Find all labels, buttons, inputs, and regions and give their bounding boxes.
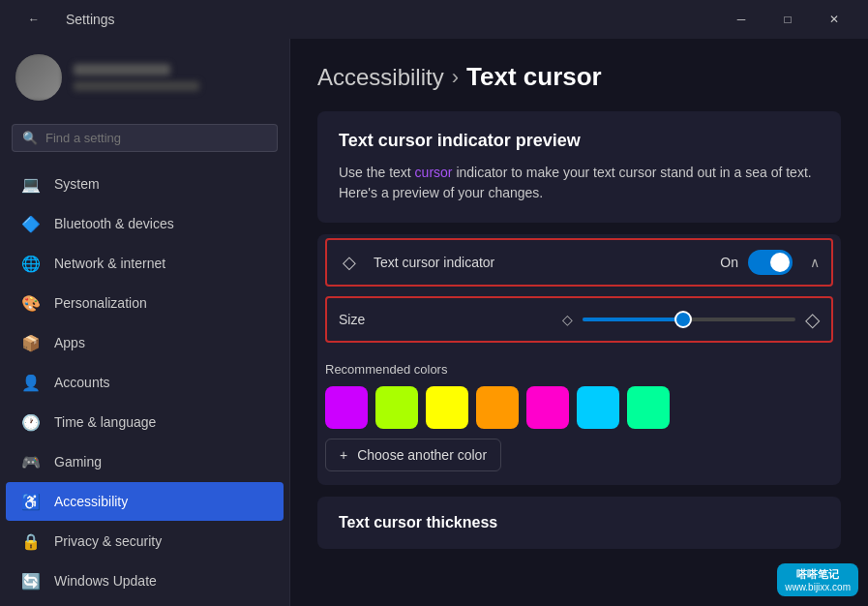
colors-section: Recommended colors + Choose another colo…	[325, 356, 833, 481]
sidebar-item-time[interactable]: 🕐 Time & language	[6, 403, 284, 441]
toggle-switch[interactable]	[748, 250, 793, 275]
colors-label: Recommended colors	[325, 362, 833, 377]
personalization-icon: 🎨	[21, 293, 41, 313]
cursor-indicator-icon: ◇	[339, 252, 360, 273]
chevron-up-icon: ∧	[810, 255, 820, 270]
color-swatch-4[interactable]	[526, 386, 569, 429]
search-icon: 🔍	[22, 131, 38, 145]
toggle-right: On ∧	[720, 250, 820, 275]
system-icon: 💻	[21, 174, 41, 194]
bluetooth-icon: 🔷	[21, 214, 41, 233]
sidebar-label-accessibility: Accessibility	[54, 494, 128, 509]
color-swatch-3[interactable]	[476, 386, 519, 429]
choose-color-button[interactable]: + Choose another color	[325, 439, 501, 471]
titlebar-left: ← Settings	[12, 4, 115, 35]
time-icon: 🕐	[21, 412, 41, 432]
app-body: 🔍 💻 System 🔷 Bluetooth & devices 🌐 Netwo…	[0, 39, 868, 606]
search-input[interactable]	[45, 131, 267, 145]
network-icon: 🌐	[21, 254, 41, 273]
windows-update-icon: 🔄	[21, 571, 41, 591]
color-swatch-5[interactable]	[577, 386, 619, 429]
privacy-icon: 🔒	[21, 531, 41, 551]
sidebar-item-gaming[interactable]: 🎮 Gaming	[6, 442, 284, 481]
close-button[interactable]: ✕	[812, 4, 856, 35]
sidebar-label-privacy: Privacy & security	[54, 533, 162, 549]
maximize-button[interactable]: □	[765, 4, 810, 35]
toggle-status: On	[720, 255, 738, 270]
sidebar-label-accounts: Accounts	[54, 375, 110, 390]
watermark: 嗒嗒笔记 www.bijixx.com	[777, 563, 858, 596]
accessibility-icon: ♿	[21, 492, 41, 511]
user-email	[74, 81, 199, 91]
sidebar-label-personalization: Personalization	[54, 295, 147, 311]
sidebar-item-system[interactable]: 💻 System	[6, 165, 284, 203]
gaming-icon: 🎮	[21, 452, 41, 471]
sidebar-label-network: Network & internet	[54, 256, 165, 271]
color-swatch-0[interactable]	[325, 386, 368, 429]
slider-icons-row: ◇ ◇	[397, 308, 820, 331]
color-swatch-6[interactable]	[627, 386, 670, 429]
sidebar-item-personalization[interactable]: 🎨 Personalization	[6, 284, 284, 322]
sidebar-item-accessibility[interactable]: ♿ Accessibility	[6, 482, 284, 521]
breadcrumb-separator: ›	[452, 65, 459, 90]
sidebar: 🔍 💻 System 🔷 Bluetooth & devices 🌐 Netwo…	[0, 39, 290, 606]
back-button[interactable]: ←	[12, 4, 56, 35]
user-name	[74, 64, 170, 76]
slider-large-icon: ◇	[805, 308, 820, 331]
sidebar-item-apps[interactable]: 📦 Apps	[6, 323, 284, 362]
slider-small-icon: ◇	[562, 312, 573, 327]
search-box: 🔍	[12, 124, 278, 152]
preview-card-description: Use the text cursor indicator to make yo…	[339, 163, 820, 203]
sidebar-item-bluetooth[interactable]: 🔷 Bluetooth & devices	[6, 204, 284, 243]
window-controls: ─ □ ✕	[719, 4, 856, 35]
accounts-icon: 👤	[21, 373, 41, 392]
plus-icon: +	[340, 447, 347, 463]
sidebar-label-bluetooth: Bluetooth & devices	[54, 216, 174, 231]
sidebar-label-apps: Apps	[54, 335, 85, 350]
choose-color-label: Choose another color	[357, 447, 487, 463]
color-swatches	[325, 386, 833, 429]
avatar	[15, 54, 62, 101]
app-title: Settings	[66, 12, 115, 27]
preview-card: Text cursor indicator preview Use the te…	[317, 111, 841, 223]
sidebar-label-time: Time & language	[54, 414, 156, 430]
nav-list: 💻 System 🔷 Bluetooth & devices 🌐 Network…	[0, 164, 289, 601]
sidebar-label-gaming: Gaming	[54, 454, 102, 470]
sidebar-label-windows-update: Windows Update	[54, 573, 157, 589]
sidebar-item-privacy[interactable]: 🔒 Privacy & security	[6, 522, 284, 561]
sidebar-label-system: System	[54, 176, 100, 192]
breadcrumb-parent: Accessibility	[317, 64, 444, 91]
sidebar-item-accounts[interactable]: 👤 Accounts	[6, 363, 284, 402]
size-label: Size	[339, 312, 397, 327]
color-swatch-2[interactable]	[426, 386, 468, 429]
titlebar: ← Settings ─ □ ✕	[0, 0, 868, 39]
sidebar-item-windows-update[interactable]: 🔄 Windows Update	[6, 561, 284, 600]
thickness-title: Text cursor thickness	[339, 514, 820, 531]
slider-fill	[583, 318, 678, 321]
sidebar-item-network[interactable]: 🌐 Network & internet	[6, 244, 284, 283]
user-profile[interactable]	[0, 39, 289, 116]
main-content: Accessibility › Text cursor Text cursor …	[290, 39, 868, 606]
search-container: 🔍	[0, 116, 289, 164]
minimize-button[interactable]: ─	[719, 4, 763, 35]
apps-icon: 📦	[21, 333, 41, 352]
color-swatch-1[interactable]	[375, 386, 418, 429]
slider-thumb[interactable]	[674, 311, 692, 328]
toggle-section-card: ◇ Text cursor indicator On ∧ Size ◇	[317, 234, 841, 485]
desc-highlight: cursor	[415, 165, 453, 180]
breadcrumb-current: Text cursor	[466, 62, 602, 92]
preview-card-title: Text cursor indicator preview	[339, 131, 820, 151]
desc-before: Use the text	[339, 165, 415, 180]
slider-track[interactable]	[583, 318, 795, 321]
slider-row: Size ◇ ◇	[325, 296, 833, 343]
breadcrumb: Accessibility › Text cursor	[317, 62, 841, 92]
toggle-label: Text cursor indicator	[374, 255, 720, 270]
thickness-card: Text cursor thickness	[317, 497, 841, 549]
toggle-row[interactable]: ◇ Text cursor indicator On ∧	[325, 238, 833, 287]
